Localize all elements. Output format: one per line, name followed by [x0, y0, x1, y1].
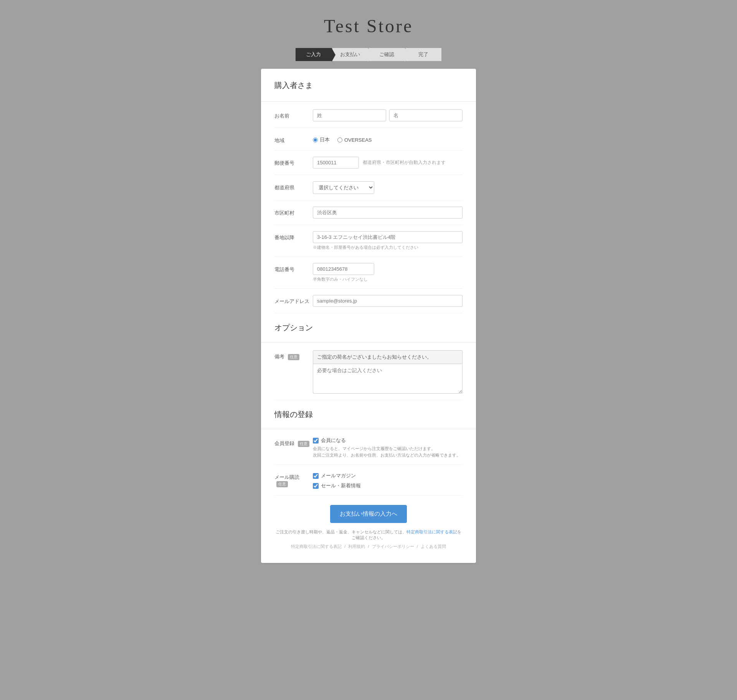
newsletter-sale-checkbox[interactable] [313, 483, 319, 489]
firstname-input[interactable] [389, 109, 463, 121]
options-section-title: オプション [274, 323, 463, 336]
step-payment: お支払い [332, 48, 368, 61]
newsletter-sale-label[interactable]: セール・新着情報 [313, 482, 463, 489]
postal-label: 郵便番号 [274, 157, 313, 167]
remarks-row: 備考 任意 ご指定の荷名がございましたらお知らせください。 [274, 350, 463, 400]
city-label: 市区町村 [274, 207, 313, 217]
remarks-header-text: ご指定の荷名がございましたらお知らせください。 [313, 350, 463, 364]
checkout-form: 購入者さま お名前 地域 日本 OVERSEAS [261, 69, 476, 563]
newsletter-row: メール購読 任意 メールマガジン セール・新着情報 [274, 471, 463, 496]
phone-hint: 半角数字のみ・ハイフンなし [313, 276, 463, 282]
remarks-label: 備考 任意 [274, 350, 313, 360]
email-label: メールアドレス [274, 295, 313, 305]
newsletter-magazine-checkbox[interactable] [313, 473, 319, 479]
city-row: 市区町村 [274, 207, 463, 225]
postal-input[interactable] [313, 157, 359, 169]
address-input[interactable] [313, 231, 463, 243]
footer-note: ご注文の引き渡し時期や、返品・返金、キャンセルなどに関しては、特定商取引法に関す… [274, 529, 463, 541]
footer-links: 特定商取引法に関する表記 / 利用規約 / プライバシーポリシー / よくある質… [274, 544, 463, 549]
region-row: 地域 日本 OVERSEAS [274, 134, 463, 151]
prefecture-label: 都道府県 [274, 181, 313, 191]
buyer-section-title: 購入者さま [274, 80, 463, 94]
registration-section-title: 情報の登録 [274, 409, 463, 423]
member-checkbox-label[interactable]: 会員になる [313, 437, 463, 444]
member-row: 会員登録 任意 会員になる 会員になると、マイページから注文履歴をご確認いただけ… [274, 437, 463, 465]
postal-hint: 都道府県・市区町村が自動入力されます [363, 159, 446, 166]
step-complete: 完了 [406, 48, 442, 61]
member-checkbox-text: 会員になる [321, 437, 346, 444]
member-checkbox[interactable] [313, 438, 319, 443]
email-input[interactable] [313, 295, 463, 307]
member-label: 会員登録 任意 [274, 437, 313, 447]
divider-options [261, 342, 476, 343]
remarks-textarea[interactable] [313, 364, 463, 394]
address-label: 番地以降 [274, 231, 313, 241]
steps-navigation: ご入力 お支払い ご確認 完了 [296, 48, 441, 61]
remarks-badge: 任意 [288, 354, 299, 360]
name-row: お名前 [274, 109, 463, 128]
step-input: ご入力 [296, 48, 332, 61]
newsletter-magazine-text: メールマガジン [321, 472, 356, 479]
prefecture-row: 都道府県 選択してください [274, 181, 463, 200]
email-row: メールアドレス [274, 295, 463, 313]
newsletter-sale-text: セール・新着情報 [321, 482, 361, 489]
city-input[interactable] [313, 207, 463, 218]
newsletter-magazine-label[interactable]: メールマガジン [313, 472, 463, 479]
prefecture-select[interactable]: 選択してください [313, 181, 374, 194]
phone-input[interactable] [313, 263, 374, 275]
submit-button[interactable]: お支払い情報の入力へ [330, 505, 407, 523]
radio-overseas[interactable]: OVERSEAS [337, 137, 372, 143]
name-label: お名前 [274, 109, 313, 119]
member-description: 会員になると、マイページから注文履歴をご確認いただけます。 次回ご注文時より、お… [313, 445, 463, 458]
divider-registration [261, 429, 476, 429]
postal-row: 郵便番号 都道府県・市区町村が自動入力されます [274, 157, 463, 175]
step-confirm: ご確認 [369, 48, 405, 61]
radio-japan[interactable]: 日本 [313, 136, 330, 143]
lastname-input[interactable] [313, 109, 386, 121]
member-badge: 任意 [298, 441, 309, 447]
newsletter-badge: 任意 [276, 481, 288, 487]
store-title: Test Store [324, 15, 413, 36]
address-row: 番地以降 ※建物名・部屋番号がある場合は必ず入力してください [274, 231, 463, 257]
phone-row: 電話番号 半角数字のみ・ハイフンなし [274, 263, 463, 289]
address-hint: ※建物名・部屋番号がある場合は必ず入力してください [313, 245, 463, 250]
region-label: 地域 [274, 134, 313, 144]
newsletter-label: メール購読 任意 [274, 471, 313, 487]
phone-label: 電話番号 [274, 263, 313, 273]
footer-link[interactable]: 特定商取引法に関する表記 [407, 530, 457, 534]
divider-buyer [261, 101, 476, 102]
